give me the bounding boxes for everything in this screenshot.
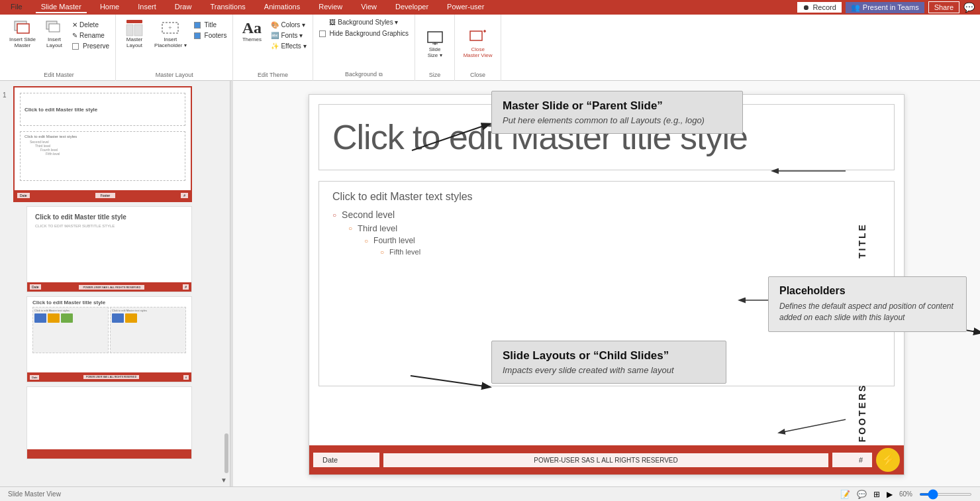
- level4-text: Fourth level: [373, 236, 415, 245]
- menu-poweruser[interactable]: Power-user: [442, 1, 489, 13]
- master-layout-items: MasterLayout + InsertPlaceholder ▾ Title…: [120, 17, 228, 70]
- close-group-label: Close: [470, 72, 485, 78]
- scroll-down-arrow[interactable]: ▼: [220, 476, 227, 484]
- themes-button[interactable]: Aa Themes: [237, 17, 266, 44]
- icon5: [125, 313, 137, 323]
- menu-transitions[interactable]: Transitions: [205, 1, 250, 13]
- effects-icon: ✨: [271, 42, 279, 50]
- slide-thumb-4[interactable]: [26, 386, 192, 459]
- notes-icon[interactable]: 📝: [840, 490, 850, 499]
- close-master-view-button[interactable]: CloseMaster View: [461, 27, 495, 60]
- thumb3-footer-center: POWER-USER SAS L ALL RIGHTS RESERVED: [83, 375, 139, 379]
- placeholders-annotation-subtitle: Defines the default aspect and position …: [779, 301, 956, 323]
- slideshow-icon[interactable]: ▶: [887, 490, 893, 499]
- slide-thumb-3[interactable]: Click to edit Master title style Click t…: [26, 296, 192, 382]
- menu-slidemaster[interactable]: Slide Master: [36, 1, 87, 13]
- top-right-actions: ⏺ Record 👥 Present in Teams Share 💬: [797, 1, 975, 13]
- scrollbar-thumb[interactable]: [224, 433, 228, 473]
- normal-view-icon[interactable]: ⊞: [873, 490, 880, 499]
- insert-placeholder-button[interactable]: + InsertPlaceholder ▾: [152, 17, 189, 50]
- title-checkbox[interactable]: [194, 22, 201, 28]
- menu-review[interactable]: Review: [313, 1, 348, 13]
- thumb1-footer-center: Footer: [95, 193, 115, 198]
- title-checkbox-btn[interactable]: Title: [192, 20, 229, 30]
- insert-layout-button[interactable]: InsertLayout: [41, 17, 68, 50]
- menu-tabs: File Slide Master Home Insert Draw Trans…: [5, 1, 489, 13]
- thumb2-footer-num: #: [183, 284, 189, 290]
- menu-view[interactable]: View: [356, 1, 382, 13]
- size-group-label: Size: [429, 72, 441, 78]
- thumb2-footer: Date POWER-USER SAS L ALL RIGHTS RESERVE…: [27, 282, 191, 292]
- svg-rect-1: [17, 24, 29, 33]
- child-slides-annotation-subtitle: Impacts every slide created with same la…: [503, 365, 715, 375]
- background-styles-button[interactable]: 🖼 Background Styles ▾: [327, 17, 400, 27]
- slide-footer: Date POWER-USER SAS L ALL RIGHTS RESERVE…: [309, 445, 904, 474]
- level3-item: ○ Third level: [332, 223, 881, 233]
- fonts-button[interactable]: 🔤 Fonts ▾: [269, 30, 308, 40]
- footers-checkbox-btn[interactable]: Footers: [192, 30, 229, 40]
- edit-master-items: Insert SlideMaster InsertLayout ✕ Delete…: [7, 17, 111, 70]
- status-slide-view: Slide Master View: [8, 490, 61, 498]
- preserve-button[interactable]: Preserve: [70, 41, 111, 51]
- present-teams-button[interactable]: 👥 Present in Teams: [846, 2, 924, 13]
- close-master-view-label: CloseMaster View: [464, 47, 493, 59]
- layout-checkboxes: Title Footers: [192, 17, 229, 40]
- themes-label: Themes: [242, 37, 262, 43]
- slide-panel[interactable]: 1 Click to edit Master title style Click…: [0, 81, 230, 486]
- insert-layout-label: InsertLayout: [46, 37, 62, 49]
- hide-bg-graphics-btn[interactable]: Hide Background Graphics: [317, 28, 411, 38]
- themes-icon: Aa: [242, 19, 261, 37]
- level3-text: Third level: [358, 223, 397, 233]
- menu-animations[interactable]: Animations: [259, 1, 305, 13]
- delete-button[interactable]: ✕ Delete: [70, 20, 111, 30]
- background-group-label: Background ⧉: [345, 71, 383, 78]
- bullet3: ○: [348, 225, 352, 232]
- rename-button[interactable]: ✎ Rename: [70, 30, 111, 40]
- preserve-checkbox[interactable]: [72, 43, 79, 50]
- menu-developer[interactable]: Developer: [390, 1, 434, 13]
- insert-layout-icon: [45, 19, 64, 37]
- ribbon-group-size: SlideSize ▾ Size: [415, 15, 455, 81]
- master-slide-annotation-title: Master Slide or “Parent Slide”: [503, 99, 732, 113]
- status-right: 📝 💬 ⊞ ▶ 60%: [840, 490, 972, 499]
- slide-thumb-2[interactable]: Click to edit Master title style Click t…: [26, 206, 192, 292]
- edit-theme-items: Aa Themes 🎨 Colors ▾ 🔤 Fonts ▾ ✨ Effects…: [237, 17, 308, 70]
- insert-slide-master-button[interactable]: Insert SlideMaster: [7, 17, 38, 50]
- theme-options: 🎨 Colors ▾ 🔤 Fonts ▾ ✨ Effects ▾: [269, 17, 308, 51]
- svg-line-17: [779, 419, 846, 433]
- icon4: [112, 313, 124, 323]
- thumb1-title-box: Click to edit Master title style: [20, 93, 185, 126]
- slide-thumb-container-3: Click to edit Master title style Click t…: [26, 296, 230, 382]
- menu-file[interactable]: File: [5, 1, 28, 13]
- close-items: CloseMaster View: [461, 17, 495, 70]
- footer-page-box: #: [832, 453, 872, 467]
- thumb3-cell2-icons: [112, 313, 184, 323]
- placeholders-annotation-title: Placeholders: [779, 285, 956, 297]
- footers-checkbox[interactable]: [194, 32, 201, 39]
- ribbon-group-close: CloseMaster View Close: [455, 15, 501, 81]
- effects-button[interactable]: ✨ Effects ▾: [269, 41, 308, 51]
- level2-item: ○ Second level: [332, 209, 881, 220]
- menu-home[interactable]: Home: [95, 1, 124, 13]
- svg-rect-12: [470, 31, 482, 40]
- slide-size-button[interactable]: SlideSize ▾: [422, 27, 448, 60]
- menu-draw[interactable]: Draw: [170, 1, 197, 13]
- footers-label-svg: FOOTERS: [857, 384, 867, 443]
- record-button[interactable]: ⏺ Record: [797, 2, 841, 13]
- master-layout-label: MasterLayout: [126, 37, 142, 49]
- slide-thumb-container-2: Click to edit Master title style Click t…: [26, 206, 230, 292]
- chat-icon[interactable]: 💬: [963, 2, 975, 13]
- thumb2-footer-date: Date: [30, 284, 41, 290]
- menu-insert[interactable]: Insert: [132, 1, 162, 13]
- share-button[interactable]: Share: [928, 1, 959, 13]
- slide-thumb-1[interactable]: Click to edit Master title style Click t…: [13, 86, 192, 202]
- footer-center-box: POWER-USER SAS L ALL RIGHTS RESERVED: [383, 453, 828, 467]
- master-layout-button[interactable]: MasterLayout: [120, 17, 149, 50]
- colors-button[interactable]: 🎨 Colors ▾: [269, 20, 308, 30]
- hide-bg-checkbox[interactable]: [319, 30, 326, 37]
- present-icon: 👥: [851, 3, 860, 12]
- comments-icon[interactable]: 💬: [857, 490, 867, 499]
- zoom-slider[interactable]: [919, 493, 972, 496]
- footer-logo: ⚡: [876, 448, 900, 472]
- thumb3-cell2-text: Click to edit Master text styles: [112, 309, 184, 312]
